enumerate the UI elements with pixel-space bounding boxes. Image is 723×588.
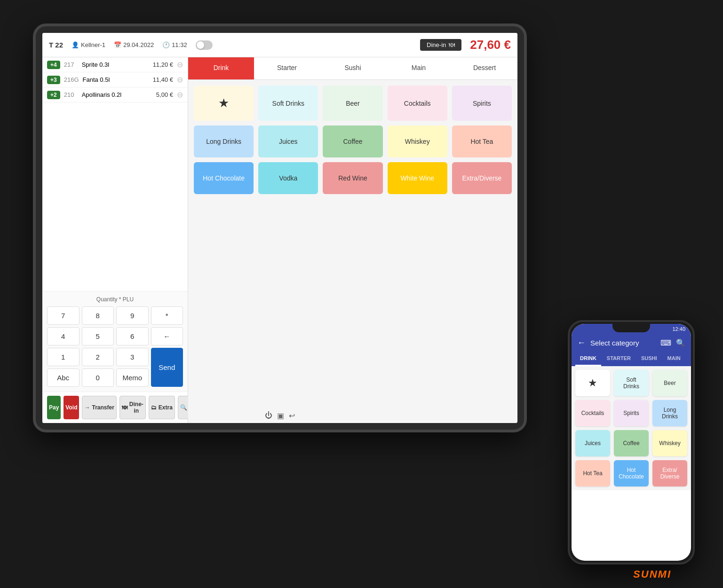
numpad-0[interactable]: 0	[82, 368, 114, 387]
phone-tile-whiskey[interactable]: Whiskey	[652, 430, 687, 456]
tile-extra-diverse[interactable]: Extra/Diverse	[452, 162, 512, 194]
numpad-multiply[interactable]: *	[151, 306, 183, 325]
search-icon[interactable]: 🔍	[676, 338, 685, 347]
remove-icon[interactable]: ⊖	[177, 90, 183, 99]
transfer-button[interactable]: → Transfer	[82, 396, 116, 419]
phone-tab-drink[interactable]: DRINK	[575, 352, 601, 366]
phone-tile-hot-tea[interactable]: Hot Tea	[575, 460, 610, 486]
time-label: 🕐 11:32	[162, 41, 187, 48]
calendar-icon: 📅	[114, 41, 121, 48]
phone-header: ← Select category ⌨ 🔍	[572, 334, 691, 352]
tab-sushi[interactable]: Sushi	[320, 57, 386, 79]
phone-tab-dessert[interactable]: DESSE…	[686, 352, 691, 366]
tile-red-wine[interactable]: Red Wine	[323, 162, 382, 194]
tab-drink[interactable]: Drink	[188, 57, 254, 79]
tile-juices[interactable]: Juices	[258, 125, 318, 157]
table-label: T 22	[49, 41, 63, 49]
pos-header: T 22 👤 Kellner-1 📅 29.04.2022 🕐 11:32 Di…	[42, 33, 517, 57]
phone-tile-beer[interactable]: Beer	[652, 370, 687, 396]
tile-vodka[interactable]: Vodka	[258, 162, 318, 194]
tile-white-wine[interactable]: White Wine	[388, 162, 447, 194]
tile-long-drinks[interactable]: Long Drinks	[194, 125, 254, 157]
remove-icon[interactable]: ⊖	[177, 60, 183, 69]
numpad-memo[interactable]: Memo	[116, 368, 149, 387]
phone-tile-favorites[interactable]: ★	[575, 370, 610, 396]
numpad-grid: 7 8 9 * 4 5 6 ← 1 2 3 Send Abc 0	[47, 306, 183, 387]
tile-coffee[interactable]: Coffee	[323, 125, 382, 157]
table-row: +3 216G Fanta 0.5l 11,40 € ⊖	[42, 72, 188, 87]
pos-body: +4 217 Sprite 0.3l 11,20 € ⊖ +3 216G Fan…	[42, 57, 517, 423]
phone-tab-main[interactable]: MAIN	[663, 352, 685, 366]
item-number: 210	[64, 91, 78, 98]
numpad-title: Quantity * PLU	[47, 296, 183, 303]
remove-icon[interactable]: ⊖	[177, 75, 183, 84]
keyboard-icon[interactable]: ⌨	[660, 338, 671, 347]
numpad-6[interactable]: 6	[116, 327, 149, 345]
tile-favorites[interactable]: ★	[194, 86, 254, 121]
category-tabs: Drink Starter Sushi Main Dessert	[188, 57, 517, 80]
phone-tile-long-drinks[interactable]: Long Drinks	[652, 400, 687, 426]
extra-button[interactable]: 🗂 Extra	[149, 396, 175, 419]
tile-hot-tea[interactable]: Hot Tea	[452, 125, 512, 157]
table-row: +2 210 Apollinaris 0.2l 5,00 € ⊖	[42, 87, 188, 102]
table-row: +4 217 Sprite 0.3l 11,20 € ⊖	[42, 57, 188, 72]
dine-in-button[interactable]: 🍽 Dine-in	[119, 396, 146, 419]
phone-tile-juices[interactable]: Juices	[575, 430, 610, 456]
numpad-abc[interactable]: Abc	[47, 368, 79, 387]
item-name: Apollinaris 0.2l	[82, 91, 152, 98]
phone-tab-starter[interactable]: STARTER	[602, 352, 636, 366]
phone-notch	[612, 322, 650, 332]
transfer-icon: →	[84, 404, 90, 411]
action-bar: Pay Void → Transfer 🍽 Dine-in 🗂 Extra	[42, 392, 188, 423]
tile-cocktails[interactable]: Cocktails	[388, 86, 447, 121]
phone-menu-grid: ★ Soft Drinks Beer Cocktails Spirits Lon…	[572, 366, 691, 490]
item-number: 216G	[64, 76, 79, 83]
tile-soft-drinks[interactable]: Soft Drinks	[258, 86, 318, 121]
numpad-5[interactable]: 5	[82, 327, 114, 345]
back-button[interactable]: ←	[577, 338, 586, 348]
phone-tile-soft-drinks[interactable]: Soft Drinks	[614, 370, 649, 396]
total-amount: 27,60 €	[470, 38, 511, 52]
phone-tile-hot-chocolate[interactable]: Hot Chocolate	[614, 460, 649, 486]
home-icon: ▣	[277, 411, 284, 420]
numpad-4[interactable]: 4	[47, 327, 79, 345]
toggle-switch[interactable]	[196, 40, 213, 50]
phone-tile-spirits[interactable]: Spirits	[614, 400, 649, 426]
numpad-2[interactable]: 2	[82, 348, 114, 366]
left-panel: +4 217 Sprite 0.3l 11,20 € ⊖ +3 216G Fan…	[42, 57, 188, 423]
numpad-area: Quantity * PLU 7 8 9 * 4 5 6 ← 1 2 3 Sen…	[42, 291, 188, 392]
void-button[interactable]: Void	[64, 396, 79, 419]
item-qty: +2	[47, 91, 60, 99]
numpad-3[interactable]: 3	[116, 348, 149, 366]
numpad-8[interactable]: 8	[82, 306, 114, 325]
numpad-backspace[interactable]: ←	[151, 327, 183, 345]
tile-whiskey[interactable]: Whiskey	[388, 125, 447, 157]
date-label: 📅 29.04.2022	[114, 41, 154, 48]
phone-tile-extra-diverse[interactable]: Extra/ Diverse	[652, 460, 687, 486]
power-icon: ⏻	[265, 411, 272, 420]
tile-beer[interactable]: Beer	[323, 86, 382, 121]
back-icon: ↩	[289, 411, 295, 420]
item-price: 11,20 €	[153, 61, 173, 68]
numpad-1[interactable]: 1	[47, 348, 79, 366]
phone-tab-sushi[interactable]: SUSHI	[636, 352, 662, 366]
numpad-9[interactable]: 9	[116, 306, 149, 325]
phone-tile-cocktails[interactable]: Cocktails	[575, 400, 610, 426]
item-price: 5,00 €	[156, 91, 173, 98]
tile-hot-chocolate[interactable]: Hot Chocolate	[194, 162, 254, 194]
sunmi-logo: SUNMI	[633, 568, 671, 580]
tab-starter[interactable]: Starter	[254, 57, 320, 79]
phone-header-icons: ⌨ 🔍	[660, 338, 685, 347]
tab-dessert[interactable]: Dessert	[452, 57, 517, 79]
send-button[interactable]: Send	[151, 348, 183, 387]
item-qty: +4	[47, 61, 60, 69]
dine-in-btn-icon: 🍽	[122, 404, 127, 411]
tile-spirits[interactable]: Spirits	[452, 86, 512, 121]
phone-tile-coffee[interactable]: Coffee	[614, 430, 649, 456]
pay-button[interactable]: Pay	[47, 396, 61, 419]
numpad-7[interactable]: 7	[47, 306, 79, 325]
phone: 12:40 ← Select category ⌨ 🔍 DRINK STARTE…	[568, 320, 695, 564]
search-btn-icon: 🔍	[180, 404, 187, 411]
tablet-screen: T 22 👤 Kellner-1 📅 29.04.2022 🕐 11:32 Di…	[42, 33, 517, 423]
tab-main[interactable]: Main	[386, 57, 452, 79]
